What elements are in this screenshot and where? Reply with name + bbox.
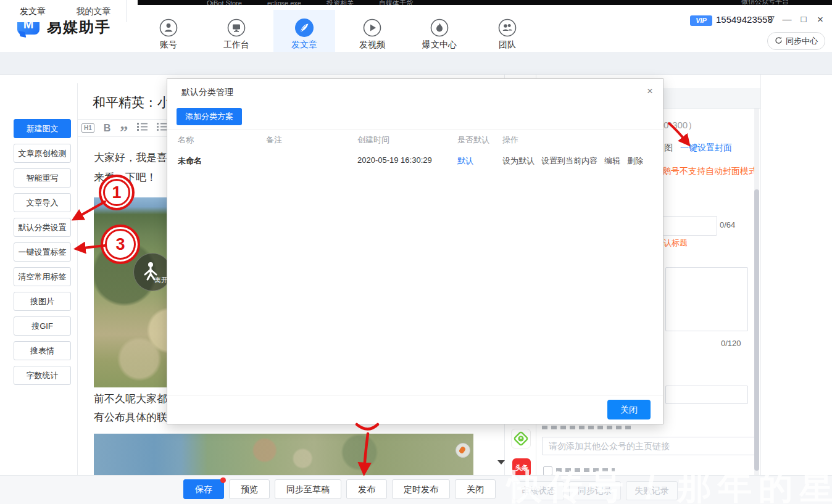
right-panel-border — [760, 74, 761, 475]
review-status-button[interactable]: 审核状态 — [512, 481, 564, 500]
toutiao-platform-icon[interactable]: 头条 — [512, 458, 531, 477]
clipped-checkbox[interactable] — [543, 466, 552, 476]
dropdown-triangle-icon[interactable]: ▽ — [764, 14, 778, 25]
cover-size-hint: 0*300） — [664, 120, 697, 131]
sync-to-draft-button[interactable]: 同步至草稿 — [275, 479, 341, 499]
team-icon — [498, 19, 517, 37]
maximize-button[interactable]: □ — [797, 14, 810, 24]
sidebar-smart-rewrite-button[interactable]: 智能重写 — [14, 168, 71, 188]
col-actions: 操作 — [502, 134, 663, 146]
sidebar-set-tags-button[interactable]: 一键设置标签 — [14, 242, 71, 262]
sidebar-search-gif-button[interactable]: 搜GIF — [14, 316, 71, 336]
edit-action[interactable]: 编辑 — [604, 155, 620, 167]
close-window-button[interactable]: × — [813, 14, 827, 26]
default-title-hint: 认标题 — [664, 238, 688, 249]
video-play-icon — [363, 19, 381, 37]
row-default-status: 默认 — [457, 155, 502, 167]
delete-action[interactable]: 删除 — [627, 155, 643, 167]
nav-item-hot-center[interactable]: 爆文中心 — [409, 10, 470, 54]
bold-button[interactable]: B — [104, 123, 111, 134]
annotation-circle-3: 3 — [101, 225, 140, 264]
nav-item-workbench[interactable]: 工作台 — [206, 10, 267, 54]
annotation-number: 1 — [103, 179, 130, 206]
tab-publish-article[interactable]: 发文章 — [5, 0, 60, 22]
row-name: 未命名 — [167, 155, 266, 167]
row-note — [266, 155, 357, 167]
sidebar-default-category-button[interactable]: 默认分类设置 — [14, 218, 71, 237]
ordered-list-button[interactable] — [137, 122, 148, 134]
sidebar-clear-tags-button[interactable]: 清空常用标签 — [14, 267, 71, 286]
nav-label: 发视频 — [341, 39, 403, 51]
sidebar-word-count-button[interactable]: 字数统计 — [14, 366, 71, 385]
editor-paragraph-text[interactable]: 前不久呢大家都 — [94, 392, 167, 406]
homepage-link-input[interactable] — [542, 437, 758, 455]
extra-field-input[interactable] — [665, 386, 748, 404]
nav-label: 爆文中心 — [409, 39, 470, 51]
default-category-modal: 默认分类管理 × 添加分类方案 名称 备注 创建时间 是否默认 操作 未命名 2… — [167, 78, 664, 424]
sidebar-search-image-button[interactable]: 搜图片 — [14, 292, 71, 311]
cover-label-suffix: 图 — [664, 143, 673, 154]
col-name: 名称 — [167, 134, 266, 146]
col-created: 创建时间 — [357, 134, 457, 146]
parachute-leave-badge: 离开 — [133, 253, 172, 291]
page-tabbar — [0, 52, 832, 75]
scheduled-publish-button[interactable]: 定时发布 — [392, 479, 450, 499]
yidian-platform-icon[interactable] — [511, 429, 531, 448]
close-editor-button[interactable]: 关闭 — [455, 479, 496, 499]
taskbar-item: 投资相关 — [327, 0, 354, 5]
blockquote-button[interactable]: ” — [120, 129, 128, 135]
modal-footer — [167, 395, 663, 424]
sync-center-button[interactable]: 同步中心 — [767, 32, 825, 50]
sidebar-originality-check-button[interactable]: 文章原创检测 — [14, 144, 71, 163]
publish-button[interactable]: 发布 — [346, 479, 387, 499]
annotation-circle-1: 1 — [99, 175, 135, 210]
taskbar-item: OiBot Store — [207, 0, 242, 5]
sidebar-article-import-button[interactable]: 文章导入 — [14, 193, 71, 212]
taskbar-item: eclipse.exe — [267, 0, 301, 5]
workbench-icon — [227, 19, 246, 37]
apply-to-content-action[interactable]: 设置到当前内容 — [541, 155, 597, 167]
leave-badge-label: 离开 — [154, 276, 168, 285]
nav-label: 工作台 — [206, 39, 267, 51]
sidebar-new-article-button[interactable]: 新建图文 — [14, 119, 71, 138]
set-default-action[interactable]: 设为默认 — [502, 155, 535, 167]
modal-close-button[interactable]: 关闭 — [607, 400, 651, 419]
sidebar-search-emoji-button[interactable]: 搜表情 — [14, 341, 71, 360]
sync-icon — [775, 36, 783, 46]
nav-item-team[interactable]: 团队 — [476, 10, 538, 54]
category-table-header: 名称 备注 创建时间 是否默认 操作 — [167, 134, 663, 146]
vip-badge: VIP — [690, 15, 712, 26]
unordered-list-button[interactable] — [157, 122, 167, 134]
auto-cover-link[interactable]: 一键设置封面 — [680, 143, 732, 154]
tab-my-articles[interactable]: 我的文章 — [60, 0, 127, 22]
nav-label: 发文章 — [273, 39, 335, 51]
modal-close-icon[interactable]: × — [647, 85, 653, 97]
failure-record-button[interactable]: 失败记录 — [626, 481, 678, 500]
voice-icon — [456, 443, 470, 458]
heading-button[interactable]: H1 — [81, 123, 94, 133]
editor-paragraph-text[interactable]: 大家好，我是喜 — [94, 151, 167, 165]
summary-char-counter: 0/120 — [721, 339, 741, 348]
row-created: 2020-05-19 16:30:29 — [357, 155, 457, 167]
nav-item-publish-video[interactable]: 发视频 — [341, 10, 403, 54]
right-panel-scrollbar-thumb[interactable] — [754, 189, 759, 471]
background-taskbar: OiBot Store eclipse.exe 投资相关 自媒体干货 微信公众号… — [138, 0, 832, 5]
editor-paragraph-text[interactable]: 有公布具体的联 — [94, 410, 167, 424]
flame-icon — [430, 19, 449, 37]
article-image-landscape — [94, 434, 473, 475]
status-buttons: 审核状态 同步记录 失败记录 — [512, 481, 678, 500]
minimize-button[interactable]: — — [780, 14, 794, 24]
sync-record-button[interactable]: 同步记录 — [569, 481, 621, 500]
scroll-down-icon[interactable] — [497, 460, 505, 465]
taskbar-right-text: 微信公众号平台 — [741, 0, 789, 5]
add-category-plan-button[interactable]: 添加分类方案 — [177, 108, 242, 125]
col-default: 是否默认 — [457, 134, 502, 146]
app-window: OiBot Store eclipse.exe 投资相关 自媒体干货 微信公众号… — [0, 0, 832, 504]
nav-item-account[interactable]: 账号 — [138, 10, 199, 54]
preview-button[interactable]: 预览 — [229, 479, 270, 499]
save-button[interactable]: 保存 — [183, 479, 224, 499]
summary-textarea[interactable] — [665, 267, 748, 331]
taskbar-item: 自媒体干货 — [379, 0, 413, 5]
nav-item-publish-article[interactable]: 发文章 — [273, 10, 335, 54]
clipped-label-text — [542, 426, 634, 429]
